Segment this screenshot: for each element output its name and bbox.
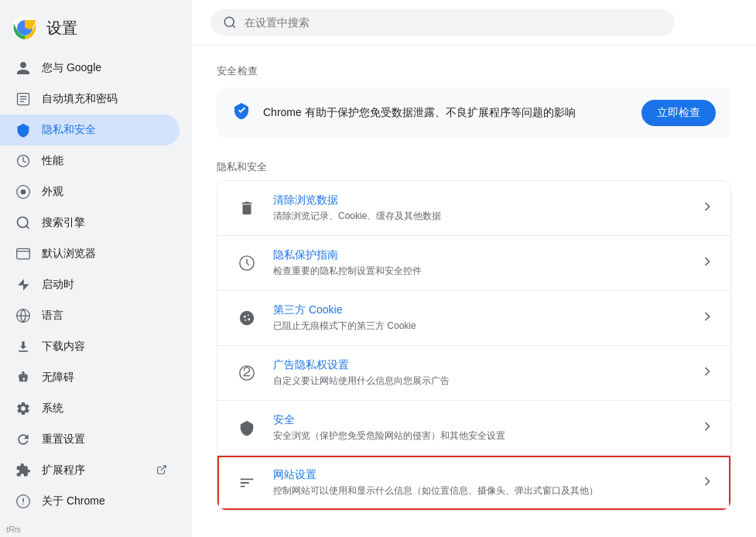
svg-point-20 xyxy=(248,314,249,316)
privacy-guide-title: 隐私保护指南 xyxy=(273,248,687,262)
privacy-item-clear-browsing[interactable]: 清除浏览数据清除浏览记录、Cookie、缓存及其他数据 xyxy=(217,181,730,236)
sidebar-item-extensions[interactable]: 扩展程序 xyxy=(0,455,180,486)
chevron-right-icon xyxy=(700,364,715,383)
sidebar-item-appearance[interactable]: 外观 xyxy=(0,176,180,207)
clear-browsing-title: 清除浏览数据 xyxy=(273,193,687,207)
safety-check-button[interactable]: 立即检查 xyxy=(641,100,716,126)
sidebar-item-label-about: 关于 Chrome xyxy=(42,494,167,508)
privacy-guide-icon xyxy=(233,249,261,277)
svg-point-21 xyxy=(248,318,250,320)
sidebar-item-label-autofill: 自动填充和密码 xyxy=(42,92,167,106)
sidebar-item-label-system: 系统 xyxy=(42,402,167,416)
security-icon xyxy=(233,414,261,442)
search-bar xyxy=(192,0,756,46)
privacy-item-ad-privacy[interactable]: 广告隐私权设置自定义要让网站使用什么信息向您展示广告 xyxy=(217,346,730,401)
svg-line-16 xyxy=(232,25,234,27)
third-party-cookie-title: 第三方 Cookie xyxy=(273,303,687,317)
chevron-right-icon xyxy=(700,419,715,438)
search-icon xyxy=(15,215,31,231)
sidebar-item-privacy[interactable]: 隐私和安全 xyxy=(0,115,180,145)
sidebar-item-search[interactable]: 搜索引擎 xyxy=(0,207,180,238)
svg-point-18 xyxy=(240,311,254,325)
ad-privacy-subtitle: 自定义要让网站使用什么信息向您展示广告 xyxy=(273,375,687,388)
privacy-icon xyxy=(15,122,31,138)
site-settings-subtitle: 控制网站可以使用和显示什么信息（如位置信息、摄像头、弹出式窗口及其他） xyxy=(273,484,687,498)
safety-card: Chrome 有助于保护您免受数据泄露、不良扩展程序等问题的影响 立即检查 xyxy=(217,87,731,139)
svg-point-13 xyxy=(22,371,24,374)
svg-point-8 xyxy=(18,217,28,227)
sidebar-title: 设置 xyxy=(46,18,77,39)
autofill-icon xyxy=(15,91,31,107)
sidebar-item-label-google: 您与 Google xyxy=(42,61,167,75)
privacy-guide-content: 隐私保护指南检查重要的隐私控制设置和安全控件 xyxy=(273,248,687,278)
downloads-icon xyxy=(15,339,31,354)
sidebar-item-google[interactable]: 您与 Google xyxy=(0,53,180,84)
privacy-guide-subtitle: 检查重要的隐私控制设置和安全控件 xyxy=(273,265,687,278)
sidebar-item-label-extensions: 扩展程序 xyxy=(42,463,145,477)
chrome-logo-icon xyxy=(12,15,37,40)
search-input[interactable] xyxy=(245,16,662,29)
security-content: 安全安全浏览（保护您免受危险网站的侵害）和其他安全设置 xyxy=(273,413,687,443)
search-icon xyxy=(223,15,237,29)
sidebar-item-autofill[interactable]: 自动填充和密码 xyxy=(0,84,180,115)
sidebar-nav: 您与 Google自动填充和密码隐私和安全性能外观搜索引擎默认浏览器启动时语言下… xyxy=(0,53,192,531)
sidebar-item-label-appearance: 外观 xyxy=(42,185,167,199)
search-input-wrapper xyxy=(210,9,675,36)
privacy-item-third-party-cookie[interactable]: 第三方 Cookie已阻止无痕模式下的第三方 Cookie xyxy=(217,291,730,346)
third-party-cookie-content: 第三方 Cookie已阻止无痕模式下的第三方 Cookie xyxy=(273,303,687,333)
sidebar-item-accessibility[interactable]: 无障碍 xyxy=(0,362,180,393)
svg-line-9 xyxy=(26,226,29,229)
sidebar-item-label-search: 搜索引擎 xyxy=(42,216,167,230)
site-settings-content: 网站设置控制网站可以使用和显示什么信息（如位置信息、摄像头、弹出式窗口及其他） xyxy=(273,468,687,498)
google-icon xyxy=(15,60,31,76)
site-settings-title: 网站设置 xyxy=(273,468,687,482)
extensions-icon xyxy=(15,463,31,478)
svg-point-19 xyxy=(244,316,246,318)
sidebar-item-label-privacy: 隐私和安全 xyxy=(42,123,167,137)
sidebar-item-reset[interactable]: 重置设置 xyxy=(0,424,180,455)
sidebar-item-system[interactable]: 系统 xyxy=(0,393,180,424)
site-settings-icon xyxy=(233,469,261,497)
main-content: 安全检查 Chrome 有助于保护您免受数据泄露、不良扩展程序等问题的影响 立即… xyxy=(192,0,756,537)
security-title: 安全 xyxy=(273,413,687,427)
sidebar-item-label-startup: 启动时 xyxy=(42,278,167,292)
sidebar-item-about[interactable]: 关于 Chrome xyxy=(0,486,180,517)
sidebar-item-browser[interactable]: 默认浏览器 xyxy=(0,238,180,269)
sidebar-item-label-accessibility: 无障碍 xyxy=(42,371,167,385)
privacy-section-title: 隐私和安全 xyxy=(217,160,731,174)
ad-privacy-icon xyxy=(233,359,261,387)
content-area: 安全检查 Chrome 有助于保护您免受数据泄露、不良扩展程序等问题的影响 立即… xyxy=(192,46,756,529)
security-subtitle: 安全浏览（保护您免受危险网站的侵害）和其他安全设置 xyxy=(273,429,687,443)
svg-point-15 xyxy=(224,17,234,26)
privacy-item-site-settings[interactable]: 网站设置控制网站可以使用和显示什么信息（如位置信息、摄像头、弹出式窗口及其他） xyxy=(217,456,730,510)
chevron-right-icon xyxy=(700,474,715,493)
performance-icon xyxy=(15,153,31,169)
clear-browsing-subtitle: 清除浏览记录、Cookie、缓存及其他数据 xyxy=(273,210,687,223)
clear-browsing-content: 清除浏览数据清除浏览记录、Cookie、缓存及其他数据 xyxy=(273,193,687,223)
chevron-right-icon xyxy=(700,254,715,273)
privacy-item-privacy-guide[interactable]: 隐私保护指南检查重要的隐私控制设置和安全控件 xyxy=(217,236,730,291)
chevron-right-icon xyxy=(700,199,715,218)
privacy-item-security[interactable]: 安全安全浏览（保护您免受危险网站的侵害）和其他安全设置 xyxy=(217,401,730,456)
svg-rect-10 xyxy=(17,248,30,258)
system-icon xyxy=(15,401,31,416)
sidebar-item-label-reset: 重置设置 xyxy=(42,433,167,446)
sidebar-item-label-downloads: 下载内容 xyxy=(42,340,167,354)
sidebar-header: 设置 xyxy=(0,6,192,53)
external-link-icon xyxy=(156,464,167,477)
clear-browsing-icon xyxy=(233,194,261,222)
language-icon xyxy=(15,308,31,323)
about-icon xyxy=(15,494,31,509)
sidebar-item-label-browser: 默认浏览器 xyxy=(42,247,167,261)
sidebar-item-downloads[interactable]: 下载内容 xyxy=(0,331,180,362)
sidebar-item-language[interactable]: 语言 xyxy=(0,300,180,331)
safety-description: Chrome 有助于保护您免受数据泄露、不良扩展程序等问题的影响 xyxy=(263,106,629,120)
reset-icon xyxy=(15,432,31,447)
privacy-settings-card: 清除浏览数据清除浏览记录、Cookie、缓存及其他数据隐私保护指南检查重要的隐私… xyxy=(217,180,731,511)
shield-blue-icon xyxy=(232,101,251,125)
svg-point-7 xyxy=(21,190,26,195)
sidebar-item-performance[interactable]: 性能 xyxy=(0,145,180,176)
ad-privacy-content: 广告隐私权设置自定义要让网站使用什么信息向您展示广告 xyxy=(273,358,687,388)
third-party-cookie-icon xyxy=(233,304,261,332)
sidebar-item-startup[interactable]: 启动时 xyxy=(0,269,180,300)
